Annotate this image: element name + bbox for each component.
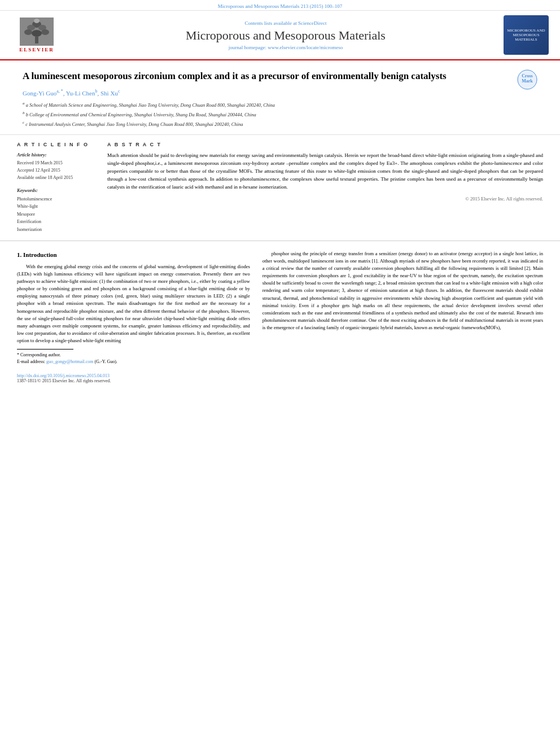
available-date: Available online 18 April 2015 <box>17 174 96 182</box>
footnote-divider <box>17 349 73 350</box>
introduction-title: 1. Introduction <box>17 250 250 260</box>
main-content: 1. Introduction With the emerging global… <box>0 241 560 372</box>
author-xu: Shi Xu <box>100 89 118 96</box>
left-column: 1. Introduction With the emerging global… <box>17 250 259 366</box>
affiliation-b: b b College of Environmental and Chemica… <box>23 110 511 119</box>
journal-header: ELSEVIER Contents lists available at Sci… <box>0 11 560 60</box>
article-title-section: A luminescent mesoporous zirconium compl… <box>0 60 560 135</box>
sciencedirect-link[interactable]: ScienceDirect <box>298 20 326 26</box>
elsevier-tree-image <box>20 18 54 46</box>
homepage-line: journal homepage: www.elsevier.com/locat… <box>68 45 504 50</box>
keyword-isomerization: Isomerization <box>17 226 96 234</box>
received-date: Received 19 March 2015 <box>17 160 96 167</box>
contents-line: Contents lists available at ScienceDirec… <box>68 20 504 26</box>
accepted-date: Accepted 12 April 2015 <box>17 167 96 174</box>
svg-point-5 <box>41 29 49 35</box>
intro-paragraph-right: phosphor using the principle of energy t… <box>262 250 543 332</box>
abstract-section: A B S T R A C T Much attention should be… <box>107 142 543 233</box>
article-info-heading: A R T I C L E I N F O <box>17 142 96 147</box>
svg-text:Cross: Cross <box>522 73 532 78</box>
copyright: © 2015 Elsevier Inc. All rights reserved… <box>107 196 543 202</box>
author-guo: Gong-Yi Guo <box>23 89 56 96</box>
journal-title: Microporous and Mesoporous Materials <box>68 28 504 43</box>
authors: Gong-Yi Guoa, *, Yu-Li Chenb, Shi Xuc <box>23 89 511 97</box>
corresponding-note: * Corresponding author. <box>17 352 250 359</box>
journal-logo-right: MICROPOROUS AND MESOPOROUS MATERIALS <box>504 15 549 55</box>
keyword-whitelight: White-light <box>17 203 96 211</box>
article-title: A luminescent mesoporous zirconium compl… <box>23 69 511 83</box>
footnote: * Corresponding author. E-mail address: … <box>17 352 250 365</box>
article-info: A R T I C L E I N F O Article history: R… <box>17 142 107 233</box>
svg-text:Mark: Mark <box>522 78 533 84</box>
svg-rect-7 <box>35 37 38 43</box>
journal-ref-text: Microporous and Mesoporous Materials 213… <box>218 3 342 9</box>
journal-reference-bar: Microporous and Mesoporous Materials 213… <box>0 0 560 11</box>
email-line: E-mail address: guo_gongy@hotmail.com (G… <box>17 359 250 365</box>
crossmark-icon: Cross Mark <box>517 69 537 90</box>
keywords-label: Keywords: <box>17 187 96 193</box>
affiliation-a: a a School of Materials Science and Engi… <box>23 101 511 109</box>
keyword-esterification: Esterification <box>17 218 96 226</box>
abstract-text: Much attention should be paid to develop… <box>107 152 543 191</box>
svg-point-4 <box>24 29 32 35</box>
doi-section: http://dx.doi.org/10.1016/j.micromeso.20… <box>0 371 560 387</box>
email-link[interactable]: guo_gongy@hotmail.com <box>46 359 94 364</box>
elsevier-logo: ELSEVIER <box>11 18 62 53</box>
svg-point-8 <box>34 19 40 23</box>
abstract-heading: A B S T R A C T <box>107 142 543 147</box>
journal-center: Contents lists available at ScienceDirec… <box>68 20 504 50</box>
affiliation-c: c c Instrumental Analysis Center, Shangh… <box>23 120 511 128</box>
history-label: Article history: <box>17 152 96 158</box>
elsevier-text: ELSEVIER <box>19 47 54 53</box>
right-column: phosphor using the principle of energy t… <box>259 250 543 366</box>
doi-link[interactable]: http://dx.doi.org/10.1016/j.micromeso.20… <box>17 373 543 378</box>
keyword-photoluminescence: Photoluminescence <box>17 195 96 203</box>
intro-paragraph-left: With the emerging global energy crisis a… <box>17 263 250 345</box>
svg-point-6 <box>32 30 42 37</box>
info-abstract-section: A R T I C L E I N F O Article history: R… <box>0 135 560 241</box>
affiliations: a a School of Materials Science and Engi… <box>23 101 511 128</box>
author-chen: Yu-Li Chen <box>66 89 95 96</box>
homepage-link[interactable]: www.elsevier.com/locate/micromeso <box>268 45 343 50</box>
issn-text: 1387-1811/© 2015 Elsevier Inc. All right… <box>17 378 543 383</box>
keyword-mesopore: Mesopore <box>17 211 96 219</box>
